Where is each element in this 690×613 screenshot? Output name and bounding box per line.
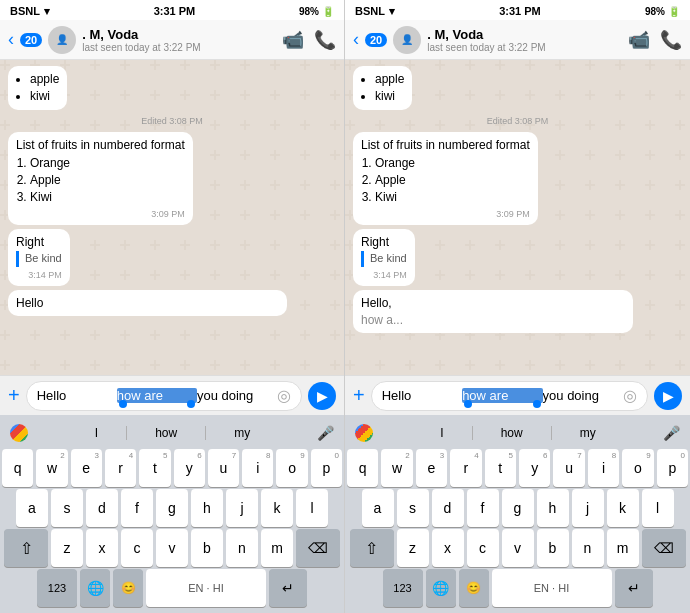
key-l-left[interactable]: l — [296, 489, 328, 527]
key-p-left[interactable]: 0p — [311, 449, 342, 487]
key-y-left[interactable]: 6y — [174, 449, 205, 487]
key-l-right[interactable]: l — [642, 489, 674, 527]
key-q-right[interactable]: q — [347, 449, 378, 487]
key-g-left[interactable]: g — [156, 489, 188, 527]
key-e-right[interactable]: 3e — [416, 449, 447, 487]
key-r-right[interactable]: 4r — [450, 449, 481, 487]
key-b-right[interactable]: b — [537, 529, 569, 567]
numbered-list-left: Orange Apple Kiwi — [16, 155, 185, 205]
mic-icon-left[interactable]: 🎤 — [317, 425, 334, 441]
left-phone-panel: BSNL ▾ 3:31 PM 98% 🔋 ‹ 20 👤 . M, Voda la… — [0, 0, 345, 613]
shift-key-left[interactable]: ⇧ — [4, 529, 48, 567]
key-s-left[interactable]: s — [51, 489, 83, 527]
send-button-right[interactable]: ▶ — [654, 382, 682, 410]
key-t-left[interactable]: 5t — [139, 449, 170, 487]
key-f-right[interactable]: f — [467, 489, 499, 527]
key-c-left[interactable]: c — [121, 529, 153, 567]
nav-info-left: . M, Voda last seen today at 3:22 PM — [82, 27, 276, 53]
key-q-left[interactable]: q — [2, 449, 33, 487]
mic-icon-right[interactable]: 🎤 — [663, 425, 680, 441]
globe-key-right[interactable]: 🌐 — [426, 569, 456, 607]
key-v-right[interactable]: v — [502, 529, 534, 567]
key-r-left[interactable]: 4r — [105, 449, 136, 487]
key-o-right[interactable]: 9o — [622, 449, 653, 487]
suggestion-how-right[interactable]: how — [493, 426, 531, 440]
plus-button-left[interactable]: + — [8, 384, 20, 407]
key-z-left[interactable]: z — [51, 529, 83, 567]
key-w-right[interactable]: 2w — [381, 449, 412, 487]
key-j-left[interactable]: j — [226, 489, 258, 527]
send-button-left[interactable]: ▶ — [308, 382, 336, 410]
suggestion-my-right[interactable]: my — [572, 426, 604, 440]
key-t-right[interactable]: 5t — [485, 449, 516, 487]
video-call-icon-right[interactable]: 📹 — [628, 29, 650, 51]
key-e-left[interactable]: 3e — [71, 449, 102, 487]
key-u-right[interactable]: 7u — [553, 449, 584, 487]
globe-key-left[interactable]: 🌐 — [80, 569, 110, 607]
key-i-right[interactable]: 8i — [588, 449, 619, 487]
return-key-right[interactable]: ↵ — [615, 569, 653, 607]
key-n-left[interactable]: n — [226, 529, 258, 567]
nav-icons-left: 📹 📞 — [282, 29, 336, 51]
key-a-left[interactable]: a — [16, 489, 48, 527]
how-text-right: how a... — [361, 312, 625, 329]
key-h-left[interactable]: h — [191, 489, 223, 527]
back-button-right[interactable]: ‹ — [353, 29, 359, 50]
input-text-after-left: you doing — [197, 388, 277, 403]
nav-info-right: . M, Voda last seen today at 3:22 PM — [427, 27, 622, 53]
key-o-left[interactable]: 9o — [276, 449, 307, 487]
plus-button-right[interactable]: + — [353, 384, 365, 407]
delete-key-left[interactable]: ⌫ — [296, 529, 340, 567]
numbers-key-left[interactable]: 123 — [37, 569, 77, 607]
input-area-right: + Hello how are you doing ◎ ▶ — [345, 375, 690, 415]
key-u-left[interactable]: 7u — [208, 449, 239, 487]
key-f-left[interactable]: f — [121, 489, 153, 527]
numbers-key-right[interactable]: 123 — [383, 569, 423, 607]
key-v-left[interactable]: v — [156, 529, 188, 567]
suggestion-i-left[interactable]: I — [87, 426, 106, 440]
key-j-right[interactable]: j — [572, 489, 604, 527]
voice-call-icon-left[interactable]: 📞 — [314, 29, 336, 51]
key-m-right[interactable]: m — [607, 529, 639, 567]
space-key-right[interactable]: EN · HI — [492, 569, 612, 607]
key-w-left[interactable]: 2w — [36, 449, 67, 487]
emoji-key-right[interactable]: 😊 — [459, 569, 489, 607]
shift-key-right[interactable]: ⇧ — [350, 529, 394, 567]
emoji-button-left[interactable]: ◎ — [277, 386, 291, 405]
key-n-right[interactable]: n — [572, 529, 604, 567]
suggestion-i-right[interactable]: I — [432, 426, 451, 440]
input-box-right[interactable]: Hello how are you doing ◎ — [371, 381, 648, 411]
space-key-left[interactable]: EN · HI — [146, 569, 266, 607]
suggestion-how-left[interactable]: how — [147, 426, 185, 440]
voice-call-icon-right[interactable]: 📞 — [660, 29, 682, 51]
key-y-right[interactable]: 6y — [519, 449, 550, 487]
emoji-key-left[interactable]: 😊 — [113, 569, 143, 607]
return-key-left[interactable]: ↵ — [269, 569, 307, 607]
key-d-left[interactable]: d — [86, 489, 118, 527]
key-c-right[interactable]: c — [467, 529, 499, 567]
video-call-icon-left[interactable]: 📹 — [282, 29, 304, 51]
emoji-button-right[interactable]: ◎ — [623, 386, 637, 405]
wifi-icon-right: ▾ — [389, 5, 395, 18]
key-x-right[interactable]: x — [432, 529, 464, 567]
last-seen-right: last seen today at 3:22 PM — [427, 42, 622, 53]
key-d-right[interactable]: d — [432, 489, 464, 527]
key-x-left[interactable]: x — [86, 529, 118, 567]
key-m-left[interactable]: m — [261, 529, 293, 567]
list-item: Apple — [375, 172, 530, 189]
key-k-left[interactable]: k — [261, 489, 293, 527]
status-right-left: 98% 🔋 — [299, 6, 334, 17]
delete-key-right[interactable]: ⌫ — [642, 529, 686, 567]
key-k-right[interactable]: k — [607, 489, 639, 527]
key-p-right[interactable]: 0p — [657, 449, 688, 487]
key-g-right[interactable]: g — [502, 489, 534, 527]
key-s-right[interactable]: s — [397, 489, 429, 527]
key-b-left[interactable]: b — [191, 529, 223, 567]
suggestion-my-left[interactable]: my — [226, 426, 258, 440]
input-box-left[interactable]: Hello how are you doing ◎ — [26, 381, 302, 411]
key-i-left[interactable]: 8i — [242, 449, 273, 487]
key-h-right[interactable]: h — [537, 489, 569, 527]
key-a-right[interactable]: a — [362, 489, 394, 527]
key-z-right[interactable]: z — [397, 529, 429, 567]
back-button-left[interactable]: ‹ — [8, 29, 14, 50]
